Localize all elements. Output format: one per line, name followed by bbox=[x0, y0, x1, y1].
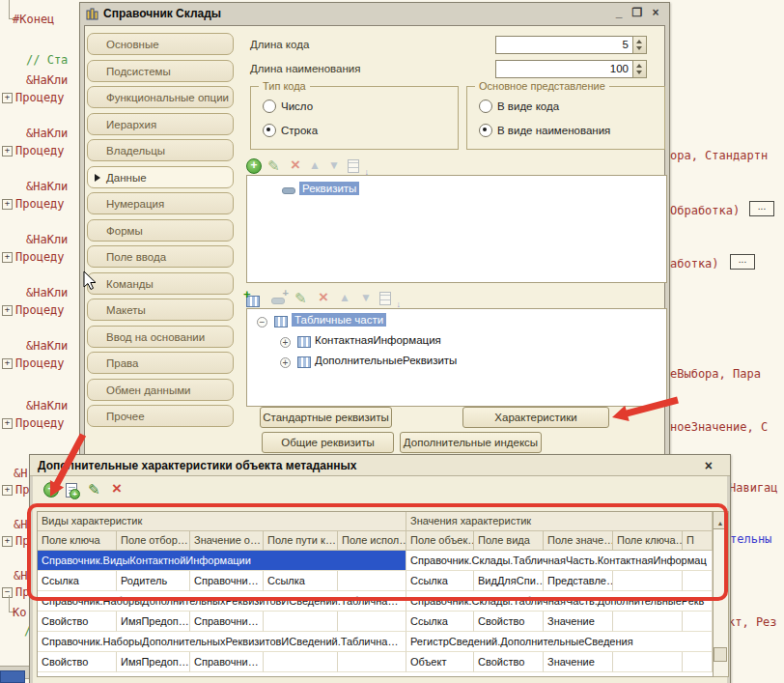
main-presentation-group-title: Основное представление bbox=[475, 80, 609, 92]
code-line: Навигац bbox=[729, 481, 778, 495]
tab-pole-vvoda[interactable]: Поле ввода bbox=[87, 245, 234, 268]
radio-stroka[interactable]: Строка bbox=[263, 124, 318, 137]
name-length-stepper[interactable] bbox=[632, 60, 647, 78]
common-attributes-button[interactable]: Общие реквизиты bbox=[262, 432, 394, 453]
window-title: Справочник Склады bbox=[103, 7, 221, 20]
tab-vvod-na-osnovanii[interactable]: Ввод на основании bbox=[87, 326, 234, 348]
move-up-icon[interactable] bbox=[307, 158, 322, 174]
tab-funkcionalnye-opcii[interactable]: Функциональные опции bbox=[87, 86, 234, 108]
code-collapse-icon[interactable] bbox=[2, 358, 13, 369]
code-fold-icon[interactable]: ... bbox=[749, 201, 774, 216]
standard-attributes-button[interactable]: Стандартные реквизиты bbox=[260, 407, 392, 428]
catalog-properties-window: Справочник Склады _ ❐ × Основные Подсист… bbox=[79, 2, 670, 460]
code-line: Процеду bbox=[15, 416, 65, 430]
tab-komandy[interactable]: Команды bbox=[87, 272, 234, 295]
window-body: Основные Подсистемы Функциональные опции… bbox=[84, 25, 665, 455]
delete-icon[interactable] bbox=[316, 291, 331, 306]
code-line: &Н bbox=[14, 518, 27, 531]
code-fold-icon[interactable]: ... bbox=[730, 254, 755, 270]
annotation-highlight-box bbox=[27, 503, 728, 601]
tree-node-kontaktnaya-informaciya[interactable]: КонтактнаяИнформация bbox=[315, 334, 441, 346]
expand-icon[interactable] bbox=[280, 337, 291, 348]
radio-v-vide-koda[interactable]: В виде кода bbox=[479, 100, 559, 113]
code-line: Обработка) bbox=[670, 204, 740, 217]
code-collapse-icon[interactable] bbox=[2, 536, 13, 547]
code-comment: // Ста bbox=[26, 53, 68, 67]
tree-node-tablichnye-chasti[interactable]: Табличные части bbox=[292, 313, 386, 327]
tab-obmen-dannymi[interactable]: Обмен данными bbox=[87, 379, 234, 401]
code-line: &Н bbox=[14, 467, 27, 480]
code-collapse-icon[interactable] bbox=[2, 305, 13, 316]
dialog-titlebar[interactable]: Дополнительные характеристики объекта ме… bbox=[30, 455, 730, 476]
code-type-group-title: Тип кода bbox=[259, 80, 310, 92]
code-line: Процеду bbox=[15, 250, 65, 264]
additional-indexes-button[interactable]: Дополнительные индексы bbox=[400, 432, 542, 453]
tabular-sections-tree-panel[interactable]: Табличные части КонтактнаяИнформация Доп… bbox=[246, 308, 667, 407]
close-icon[interactable]: × bbox=[705, 459, 713, 472]
move-down-icon[interactable] bbox=[326, 158, 342, 174]
code-line: Процеду bbox=[15, 303, 65, 317]
sort-list-icon[interactable] bbox=[348, 159, 363, 175]
annotation-arrow-characteristics bbox=[608, 394, 682, 425]
tab-prava[interactable]: Права bbox=[87, 352, 234, 374]
scrollbar-thumb[interactable] bbox=[714, 647, 727, 662]
code-collapse-icon[interactable] bbox=[2, 146, 13, 157]
radio-icon[interactable] bbox=[479, 100, 492, 113]
code-collapse-icon[interactable] bbox=[2, 199, 13, 210]
code-collapse-icon[interactable] bbox=[2, 485, 13, 496]
delete-icon[interactable] bbox=[288, 158, 303, 174]
sort-list-icon[interactable] bbox=[379, 292, 395, 307]
tree-node-rekvizity[interactable]: Реквизиты bbox=[299, 182, 359, 195]
table-row[interactable]: Свойство ИмяПредоп… Справочни… Объект Св… bbox=[38, 652, 713, 672]
tab-ierarhiya[interactable]: Иерархия bbox=[87, 113, 234, 135]
add-tabular-section-icon[interactable] bbox=[246, 293, 262, 308]
code-length-input[interactable]: 5 bbox=[495, 36, 633, 54]
tree-dash-icon[interactable] bbox=[282, 187, 295, 194]
attributes-tree-panel[interactable]: Реквизиты bbox=[246, 175, 667, 283]
code-expand-icon[interactable] bbox=[2, 587, 13, 598]
code-type-group: Тип кода Число Строка bbox=[250, 86, 459, 150]
code-collapse-icon[interactable] bbox=[2, 93, 13, 103]
code-length-stepper[interactable] bbox=[632, 36, 647, 54]
code-line: #Конец bbox=[13, 13, 54, 26]
code-length-label: Длина кода bbox=[250, 39, 309, 50]
tree-node-dopolnitelnye-rekvizity[interactable]: ДополнительныеРеквизиты bbox=[315, 355, 457, 366]
move-down-icon[interactable] bbox=[358, 291, 374, 306]
window-titlebar[interactable]: Справочник Склады _ ❐ × bbox=[80, 3, 669, 24]
code-line: &НаКли bbox=[26, 233, 68, 246]
minimize-button[interactable]: _ bbox=[611, 7, 627, 21]
tab-dannye[interactable]: Данные bbox=[87, 166, 234, 188]
close-button[interactable]: × bbox=[648, 7, 663, 21]
tab-osnovnye[interactable]: Основные bbox=[87, 33, 234, 55]
delete-icon[interactable] bbox=[109, 482, 125, 498]
expand-icon[interactable] bbox=[280, 357, 291, 368]
radio-chislo[interactable]: Число bbox=[263, 100, 313, 113]
table-row[interactable]: Свойство ИмяПредоп… Справочни… Ссылка Св… bbox=[38, 612, 713, 632]
add-attribute-icon[interactable] bbox=[271, 293, 287, 308]
tab-prochee[interactable]: Прочее bbox=[87, 405, 234, 427]
characteristics-button[interactable]: Характеристики bbox=[462, 407, 609, 428]
edit-pencil-icon[interactable] bbox=[267, 158, 283, 174]
table-row[interactable]: Справочник.НаборыДополнительныхРеквизито… bbox=[38, 632, 713, 652]
name-length-input[interactable]: 100 bbox=[495, 60, 633, 78]
edit-pencil-icon[interactable] bbox=[294, 291, 310, 306]
tab-numeraciya[interactable]: Нумерация bbox=[87, 192, 234, 214]
tab-formy[interactable]: Формы bbox=[87, 219, 234, 242]
tab-podsistemy[interactable]: Подсистемы bbox=[87, 60, 234, 82]
add-icon[interactable] bbox=[246, 158, 262, 174]
main-presentation-group: Основное представление В виде кода В вид… bbox=[466, 86, 665, 150]
radio-v-vide-naimenovaniya[interactable]: В виде наименования bbox=[479, 124, 610, 137]
code-collapse-icon[interactable] bbox=[2, 418, 13, 429]
radio-icon[interactable] bbox=[263, 100, 276, 113]
radio-checked-icon[interactable] bbox=[263, 124, 276, 137]
code-line: Ко bbox=[13, 606, 26, 619]
tab-vladelcy[interactable]: Владельцы bbox=[87, 139, 234, 161]
code-line: кт, Рез bbox=[728, 615, 777, 629]
annotation-arrow-add-button bbox=[39, 431, 93, 504]
maximize-button[interactable]: ❐ bbox=[630, 7, 645, 21]
collapse-icon[interactable] bbox=[257, 317, 267, 327]
move-up-icon[interactable] bbox=[337, 291, 352, 306]
code-collapse-icon[interactable] bbox=[2, 252, 13, 263]
radio-checked-icon[interactable] bbox=[479, 124, 492, 137]
tab-makety[interactable]: Макеты bbox=[87, 299, 234, 321]
